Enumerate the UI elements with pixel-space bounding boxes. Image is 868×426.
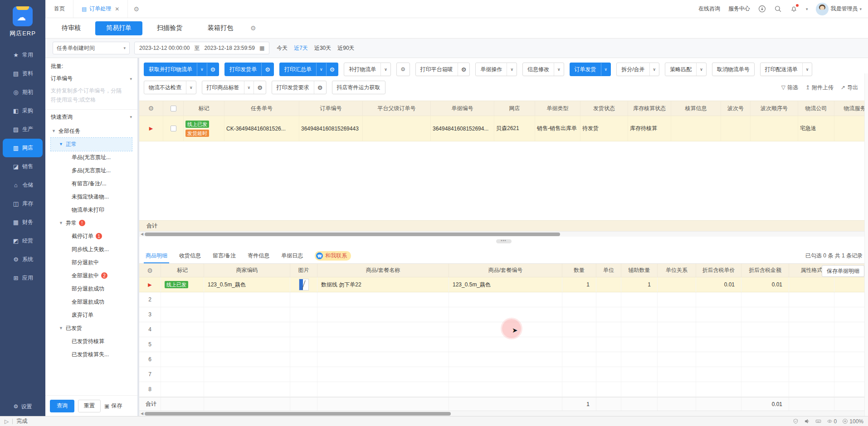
subtab-easy-print[interactable]: 简易打单 xyxy=(95,21,142,35)
query-button[interactable]: 查询 xyxy=(50,400,74,412)
col-platform-parent-no[interactable]: 平台父级订单号 xyxy=(363,101,431,116)
chevron-down-icon[interactable]: ∨ xyxy=(649,63,659,76)
info-modify-button[interactable]: 信息修改∨ xyxy=(522,63,564,76)
detail-empty-row[interactable]: 4 xyxy=(139,322,868,337)
attachment-upload-link[interactable]: ↥附件上传 xyxy=(805,84,834,92)
scroll-left-icon[interactable]: ◀ xyxy=(139,411,145,416)
tab-sender-info[interactable]: 寄件信息 xyxy=(248,248,269,263)
tree-expand-icon[interactable]: ▼ xyxy=(59,326,63,330)
detail-empty-row[interactable]: 5 xyxy=(139,337,868,352)
online-consult-link[interactable]: 在线咨询 xyxy=(698,5,720,13)
tree-item-intercepted[interactable]: 截停订单1 xyxy=(51,230,132,243)
detail-empty-row[interactable]: 3 xyxy=(139,307,868,322)
subtab-scan-check[interactable]: 扫描验货 xyxy=(146,21,193,35)
col-mark[interactable]: 标记 xyxy=(161,264,204,277)
reprint-waybill-button[interactable]: 补打物流单∨ xyxy=(344,63,391,76)
chevron-down-icon[interactable]: ∨ xyxy=(696,63,706,76)
col-qty[interactable]: 数量 xyxy=(562,264,596,277)
detail-row[interactable]: ▶ 线上已发 123_0.5m_藕色 数据线 勿下单22 123_0.5m_藕色… xyxy=(139,277,868,292)
save-detail-button[interactable]: 保存单据明细 xyxy=(822,265,864,277)
col-mark[interactable]: 标记 xyxy=(184,101,224,116)
col-wave-seq[interactable]: 波次顺序号 xyxy=(751,101,798,116)
sidebar-item-warehouse[interactable]: ⌂仓储 xyxy=(0,176,45,194)
date-range-input[interactable]: 2023-12-12 00:00:00 至 2023-12-18 23:59:5… xyxy=(134,42,269,54)
tab-order-processing[interactable]: ▤ 订单处理 ✕ xyxy=(73,0,128,18)
tree-item-has-remark[interactable]: 有留言/备注/... xyxy=(51,177,132,190)
detail-hscrollbar[interactable]: ◀ xyxy=(139,411,868,416)
col-task-no[interactable]: 任务单号 xyxy=(224,101,299,116)
tree-expand-icon[interactable]: ▼ xyxy=(59,221,63,225)
sidebar-item-sales[interactable]: ◪销售 xyxy=(0,157,45,176)
reprint-settings-gear-icon[interactable]: ⚙ xyxy=(396,63,410,76)
select-all-checkbox[interactable] xyxy=(171,106,176,111)
col-merchant-code[interactable]: 商家编码 xyxy=(204,264,290,277)
sidebar-item-operation[interactable]: ◩经营 xyxy=(0,232,45,250)
tab-receiver-info[interactable]: 收货信息 xyxy=(179,248,201,263)
row-expand-icon[interactable]: ▶ xyxy=(148,282,151,288)
reset-button[interactable]: 重置 xyxy=(78,400,101,412)
print-distribution-list-button[interactable]: 打印配送清单∨ xyxy=(760,63,813,76)
tab-message-remark[interactable]: 留言/备注 xyxy=(213,248,236,263)
order-no-section[interactable]: 订单编号 ▾ xyxy=(51,75,132,82)
print-delivery-note-button[interactable]: 打印发货单⚙ xyxy=(224,63,274,76)
detail-empty-row[interactable]: 2 xyxy=(139,292,868,307)
chevron-down-icon[interactable]: ∨ xyxy=(554,63,564,76)
chevron-down-icon[interactable]: ∨ xyxy=(507,63,517,76)
sidebar-item-inventory[interactable]: ◫库存 xyxy=(0,194,45,213)
chevron-down-icon[interactable]: ∨ xyxy=(244,81,254,94)
shield-check-icon[interactable] xyxy=(793,418,799,424)
range-30days[interactable]: 近30天 xyxy=(314,44,331,52)
orders-hscrollbar[interactable]: ◀ xyxy=(139,231,868,237)
gear-icon[interactable]: ⚙ xyxy=(458,63,470,76)
export-link[interactable]: ↗导出 xyxy=(841,84,858,92)
orders-vscrollbar[interactable] xyxy=(864,73,868,416)
detail-hscroll-thumb[interactable] xyxy=(145,412,451,416)
tree-item-partial-refunded[interactable]: 部分退款成功 xyxy=(51,282,132,295)
col-unit-price[interactable]: 折后含税单价 xyxy=(696,264,741,277)
tree-item-normal[interactable]: ▼正常 xyxy=(51,138,132,151)
tree-item-sync-failed[interactable]: 同步线上失败... xyxy=(51,243,132,256)
order-row[interactable]: ▶ 线上已发 发货超时 CK-364948416081526... 364948… xyxy=(139,116,868,141)
col-calc-info[interactable]: 核算信息 xyxy=(671,101,721,116)
tree-item-all-tasks[interactable]: ▼全部任务 xyxy=(51,125,132,138)
gear-icon[interactable]: ⚙ xyxy=(261,63,273,76)
order-ship-button[interactable]: 订单发货∨ xyxy=(570,63,611,76)
debug-play-icon[interactable]: ▷ xyxy=(5,418,9,425)
tree-item-shipped-calc-failed[interactable]: 已发货核算失... xyxy=(51,348,132,361)
tab-doc-log[interactable]: 单据日志 xyxy=(281,248,303,263)
tree-item-single[interactable]: 单品(无言票址... xyxy=(51,151,132,164)
douyin-capacity-button[interactable]: 抖店寄件运力获取 xyxy=(332,81,385,94)
get-and-print-waybill-button[interactable]: 获取并打印物流单∨⚙ xyxy=(144,63,219,76)
col-shop[interactable]: 网店 xyxy=(494,101,535,116)
chevron-down-icon[interactable]: ∨ xyxy=(802,63,812,76)
col-logistics-company[interactable]: 物流公司 xyxy=(798,101,834,116)
save-query-button[interactable]: ▣保存 xyxy=(104,402,122,410)
chevron-down-icon[interactable]: ∨ xyxy=(380,63,390,76)
bell-icon[interactable] xyxy=(790,5,798,13)
orders-hscroll-thumb[interactable] xyxy=(145,232,560,236)
sidebar-item-finance[interactable]: ▦财务 xyxy=(0,213,45,232)
tree-item-abnormal[interactable]: ▼异常! xyxy=(51,217,132,230)
col-wave-no[interactable]: 波次号 xyxy=(721,101,751,116)
tree-item-multi[interactable]: 多品(无言票址... xyxy=(51,164,132,177)
detail-empty-row[interactable]: 8 xyxy=(139,382,868,397)
print-shipping-requirement-button[interactable]: 打印发货要求⚙ xyxy=(272,81,327,94)
row-checkbox[interactable] xyxy=(171,126,176,131)
gear-icon[interactable]: ⚙ xyxy=(326,63,338,76)
range-7days[interactable]: 近7天 xyxy=(294,44,308,52)
tree-item-abandoned[interactable]: 废弃订单 xyxy=(51,309,132,322)
sidebar-item-production[interactable]: ▨生产 xyxy=(0,120,45,139)
sidebar-item-system[interactable]: ⚙系统 xyxy=(0,250,45,269)
tree-item-no-courier[interactable]: 未指定快递物... xyxy=(51,190,132,203)
chevron-down-icon[interactable]: ∨ xyxy=(186,81,196,94)
split-merge-button[interactable]: 拆分/合并∨ xyxy=(616,63,659,76)
detail-empty-row[interactable]: 7 xyxy=(139,367,868,382)
eye-counter[interactable]: 0 xyxy=(827,418,837,425)
col-aux-qty[interactable]: 辅助数量 xyxy=(621,264,658,277)
logistics-check-button[interactable]: 物流不达检查∨ xyxy=(144,81,196,94)
product-thumbnail[interactable] xyxy=(299,279,309,290)
download-icon[interactable] xyxy=(758,5,766,13)
chevron-down-icon[interactable]: ∨ xyxy=(316,63,326,76)
subtabs-gear-icon[interactable]: ⚙ xyxy=(250,24,256,32)
print-platform-label-button[interactable]: 打印平台箱唛⚙ xyxy=(415,63,470,76)
